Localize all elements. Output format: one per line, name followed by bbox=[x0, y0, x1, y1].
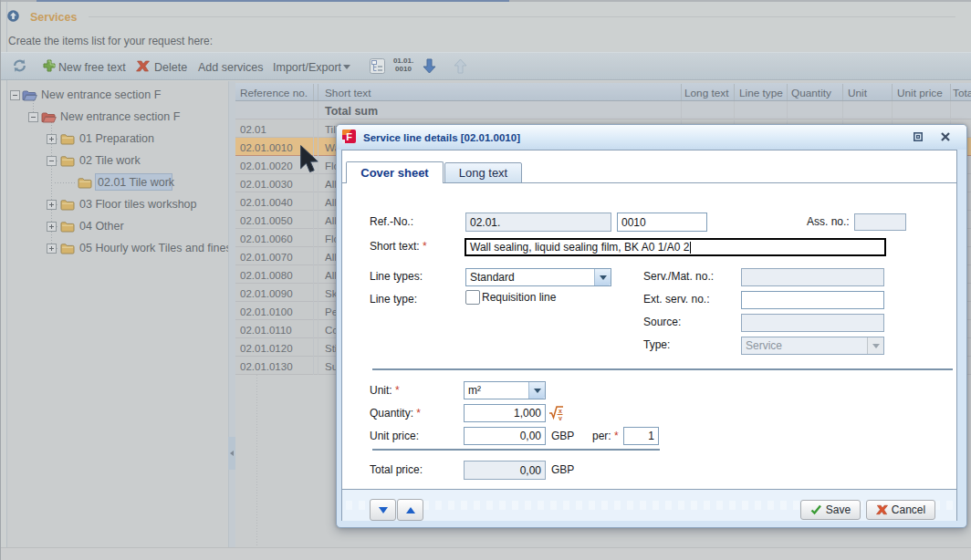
svg-text:x: x bbox=[559, 408, 562, 414]
svg-text:y: y bbox=[559, 415, 562, 420]
svg-text:F: F bbox=[346, 131, 352, 142]
